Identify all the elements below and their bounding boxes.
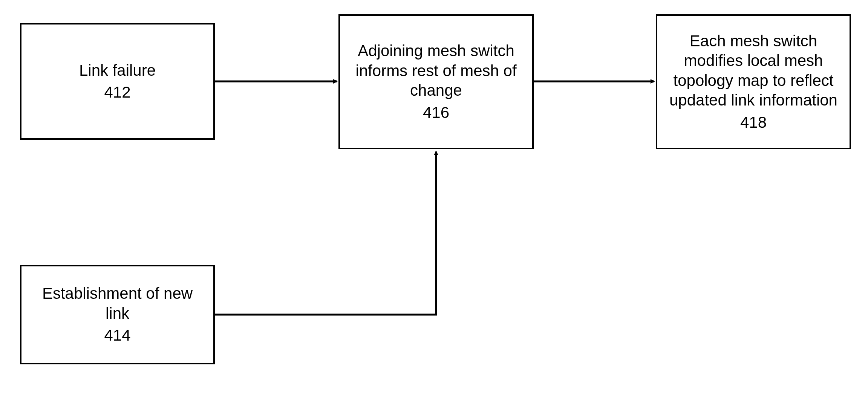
box-link-failure-label: Link failure: [79, 61, 156, 81]
box-new-link: Establishment of new link 414: [20, 265, 215, 364]
box-new-link-num: 414: [104, 326, 130, 346]
box-modifies-label: Each mesh switch modifies local mesh top…: [665, 31, 842, 110]
box-new-link-label: Establishment of new link: [29, 284, 206, 323]
box-link-failure: Link failure 412: [20, 23, 215, 140]
box-informs-label: Adjoining mesh switch informs rest of me…: [348, 41, 525, 101]
box-modifies: Each mesh switch modifies local mesh top…: [656, 14, 851, 149]
diagram-canvas: Link failure 412 Adjoining mesh switch i…: [0, 0, 868, 396]
box-informs-num: 416: [423, 103, 449, 123]
box-modifies-num: 418: [740, 113, 767, 133]
arrow-414-to-416: [215, 151, 436, 315]
box-link-failure-num: 412: [104, 83, 130, 102]
box-informs: Adjoining mesh switch informs rest of me…: [338, 14, 534, 149]
